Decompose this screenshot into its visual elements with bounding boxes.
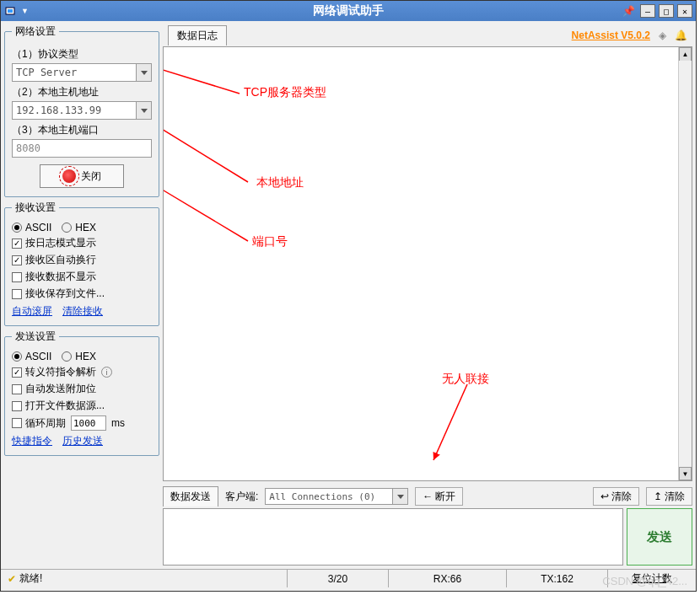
status-rx: RX:66 xyxy=(389,570,507,587)
send-ascii-radio[interactable]: ASCII xyxy=(12,351,51,362)
recv-hex-radio[interactable]: HEX xyxy=(62,222,96,233)
clear-recv-link[interactable]: 清除接收 xyxy=(62,304,103,319)
log-mode-checkbox[interactable]: 按日志模式显示 xyxy=(12,236,152,250)
network-settings-group: 网络设置 （1）协议类型 TCP Server （2）本地主机地址 192.16… xyxy=(4,24,159,197)
scrollbar[interactable]: ▲ ▼ xyxy=(678,47,692,480)
clear-l-button[interactable]: ↩清除 xyxy=(593,487,639,506)
pin-icon[interactable]: 📌 xyxy=(620,4,637,18)
network-settings-legend: 网络设置 xyxy=(12,24,59,39)
auto-scroll-link[interactable]: 自动滚屏 xyxy=(12,304,52,319)
history-send-link[interactable]: 历史发送 xyxy=(62,434,103,448)
statusbar: ✔ 就绪! 3/20 RX:66 TX:162 复位计数 xyxy=(1,569,696,587)
send-textarea[interactable] xyxy=(163,508,623,566)
titlebar: ▼ 网络调试助手 📌 — □ ✕ xyxy=(1,1,696,21)
save-file-checkbox[interactable]: 接收保存到文件... xyxy=(12,287,152,301)
data-send-tab[interactable]: 数据发送 xyxy=(163,486,218,507)
svg-line-3 xyxy=(164,115,248,182)
send-settings-group: 发送设置 ASCII HEX 转义符指令解析i 自动发送附加位 打开文件数据源.… xyxy=(4,330,159,456)
hide-recv-checkbox[interactable]: 接收数据不显示 xyxy=(12,270,152,284)
close-connection-button[interactable]: 关闭 xyxy=(40,164,124,188)
log-textarea[interactable]: ▲ ▼ TCP服务器类型 本地地址 端口号 无人联接 xyxy=(163,46,692,481)
status-ready-text: 就绪! xyxy=(19,571,42,586)
svg-line-4 xyxy=(164,165,248,241)
send-hex-radio[interactable]: HEX xyxy=(62,351,96,362)
chevron-down-icon[interactable]: ▼ xyxy=(21,7,29,15)
bell-icon[interactable]: 🔔 xyxy=(674,29,687,42)
svg-line-2 xyxy=(164,62,240,94)
chevron-down-icon[interactable] xyxy=(392,489,407,504)
send-button[interactable]: 发送 xyxy=(627,508,692,566)
recv-settings-group: 接收设置 ASCII HEX 按日志模式显示 接收区自动换行 接收数据不显示 接… xyxy=(4,201,159,326)
protocol-select[interactable]: TCP Server xyxy=(12,63,152,82)
loop-period-input[interactable] xyxy=(71,415,106,431)
client-label: 客户端: xyxy=(225,490,258,504)
open-file-checkbox[interactable]: 打开文件数据源... xyxy=(12,399,152,413)
port-label: （3）本地主机端口 xyxy=(12,123,152,137)
up-icon: ↥ xyxy=(654,490,662,502)
quick-cmd-link[interactable]: 快捷指令 xyxy=(12,434,52,448)
disconnect-button[interactable]: 断开 xyxy=(415,487,463,506)
annotation-tcp-type: TCP服务器类型 xyxy=(244,85,326,100)
arrow-left-icon xyxy=(423,490,433,502)
maximize-button[interactable]: □ xyxy=(659,4,674,18)
app-icon xyxy=(4,4,18,18)
recv-settings-legend: 接收设置 xyxy=(12,201,59,215)
chevron-down-icon[interactable] xyxy=(136,102,151,119)
app-window: ▼ 网络调试助手 📌 — □ ✕ 网络设置 （1）协议类型 TCP Server… xyxy=(0,0,697,592)
info-icon[interactable]: i xyxy=(101,367,112,378)
return-icon: ↩ xyxy=(600,490,609,502)
version-link[interactable]: NetAssist V5.0.2 xyxy=(572,29,650,41)
protocol-label: （1）协议类型 xyxy=(12,47,152,62)
diamond-icon[interactable]: ◈ xyxy=(655,29,669,42)
auto-wrap-checkbox[interactable]: 接收区自动换行 xyxy=(12,253,152,267)
red-dot-icon xyxy=(62,169,76,183)
status-pages: 3/20 xyxy=(288,570,389,587)
status-tx: TX:162 xyxy=(507,570,608,587)
svg-rect-1 xyxy=(8,9,13,13)
data-log-tab[interactable]: 数据日志 xyxy=(168,25,227,46)
host-label: （2）本地主机地址 xyxy=(12,85,152,99)
recv-ascii-radio[interactable]: ASCII xyxy=(12,222,51,233)
clear-t-button[interactable]: ↥清除 xyxy=(646,487,692,506)
loop-checkbox[interactable]: 循环周期 ms xyxy=(12,415,152,431)
chevron-down-icon[interactable] xyxy=(136,64,151,81)
svg-line-5 xyxy=(433,384,467,460)
minimize-button[interactable]: — xyxy=(640,4,655,18)
send-settings-legend: 发送设置 xyxy=(12,330,59,344)
window-title: 网络调试助手 xyxy=(313,3,384,19)
close-window-button[interactable]: ✕ xyxy=(677,4,692,18)
host-select[interactable]: 192.168.133.99 xyxy=(12,101,152,120)
port-input[interactable] xyxy=(12,139,152,158)
auto-append-checkbox[interactable]: 自动发送附加位 xyxy=(12,382,152,396)
client-select[interactable]: All Connections (0) xyxy=(265,488,408,505)
annotation-no-conn: 无人联接 xyxy=(442,372,489,387)
scroll-up-button[interactable]: ▲ xyxy=(679,47,692,61)
ready-icon: ✔ xyxy=(8,573,16,585)
annotation-local-addr: 本地地址 xyxy=(256,175,304,190)
annotation-port: 端口号 xyxy=(252,234,288,249)
escape-checkbox[interactable]: 转义符指令解析i xyxy=(12,365,152,379)
scroll-down-button[interactable]: ▼ xyxy=(679,467,692,480)
reset-count-link[interactable]: 复位计数 xyxy=(608,570,696,587)
